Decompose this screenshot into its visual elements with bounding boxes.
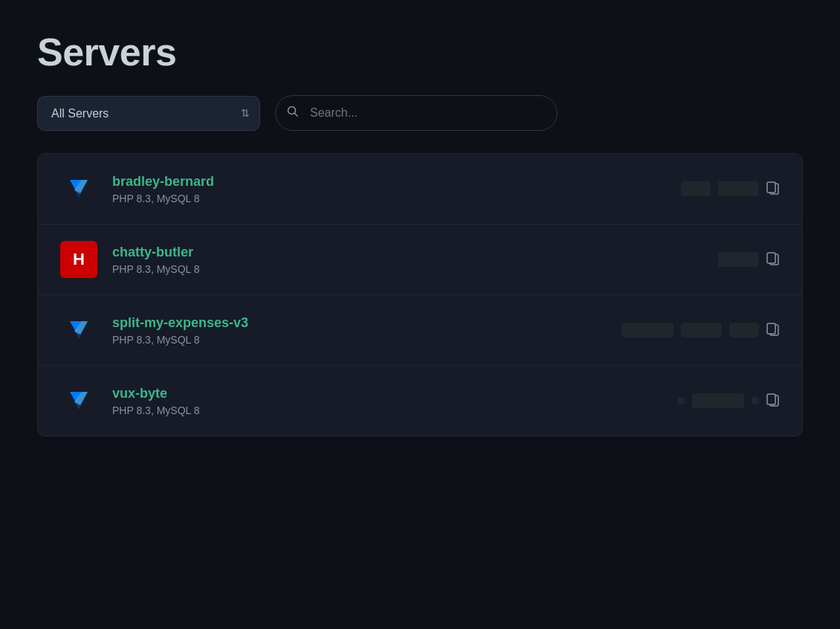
server-meta: PHP 8.3, MySQL 8 (112, 334, 607, 346)
provider-icon-vultr (60, 312, 97, 349)
svg-line-1 (295, 114, 298, 117)
status-badge (729, 323, 759, 338)
server-meta: PHP 8.3, MySQL 8 (112, 263, 703, 275)
svg-rect-6 (767, 182, 775, 193)
status-badge (681, 323, 722, 338)
page-title: Servers (37, 30, 803, 74)
server-actions (681, 181, 780, 196)
server-meta: PHP 8.3, MySQL 8 (112, 193, 666, 204)
filter-wrapper: All Servers Vultr Hetzner ⇅ (37, 96, 260, 131)
hetzner-logo: H (60, 241, 97, 278)
server-info: chatty-butler PHP 8.3, MySQL 8 (112, 245, 703, 275)
server-filter-select[interactable]: All Servers Vultr Hetzner (37, 96, 260, 131)
page-container: Servers All Servers Vultr Hetzner ⇅ (0, 0, 840, 466)
status-badge (718, 252, 759, 267)
server-meta: PHP 8.3, MySQL 8 (112, 404, 662, 416)
table-row[interactable]: bradley-bernard PHP 8.3, MySQL 8 (38, 154, 802, 225)
server-actions (677, 393, 780, 408)
table-row[interactable]: vux-byte PHP 8.3, MySQL 8 (38, 366, 802, 436)
svg-rect-13 (767, 323, 775, 334)
status-badge (621, 323, 673, 338)
table-row[interactable]: split-my-expenses-v3 PHP 8.3, MySQL 8 (38, 295, 802, 366)
search-icon (287, 106, 299, 120)
provider-icon-vultr (60, 170, 97, 207)
provider-icon-vultr (60, 382, 97, 419)
status-badge (692, 393, 744, 408)
server-actions (718, 252, 780, 267)
server-name: vux-byte (112, 386, 662, 401)
copy-icon[interactable] (766, 181, 780, 196)
svg-rect-8 (767, 253, 775, 263)
controls-row: All Servers Vultr Hetzner ⇅ (37, 95, 803, 131)
copy-icon[interactable] (766, 393, 780, 408)
server-name: split-my-expenses-v3 (112, 315, 607, 331)
server-info: vux-byte PHP 8.3, MySQL 8 (112, 386, 662, 416)
table-row[interactable]: H chatty-butler PHP 8.3, MySQL 8 (38, 225, 802, 295)
status-badge (681, 181, 711, 196)
status-dot (677, 397, 685, 404)
search-wrapper (275, 95, 558, 131)
server-name: chatty-butler (112, 245, 703, 260)
copy-icon[interactable] (766, 252, 780, 267)
svg-rect-18 (767, 394, 775, 404)
status-dot (752, 397, 759, 404)
provider-icon-hetzner: H (60, 241, 97, 278)
copy-icon[interactable] (766, 323, 780, 338)
server-info: split-my-expenses-v3 PHP 8.3, MySQL 8 (112, 315, 607, 346)
servers-list: bradley-bernard PHP 8.3, MySQL 8 H (37, 153, 803, 436)
server-info: bradley-bernard PHP 8.3, MySQL 8 (112, 174, 666, 204)
server-name: bradley-bernard (112, 174, 666, 190)
search-input[interactable] (275, 95, 558, 131)
server-actions (621, 323, 780, 338)
status-badge (718, 181, 759, 196)
